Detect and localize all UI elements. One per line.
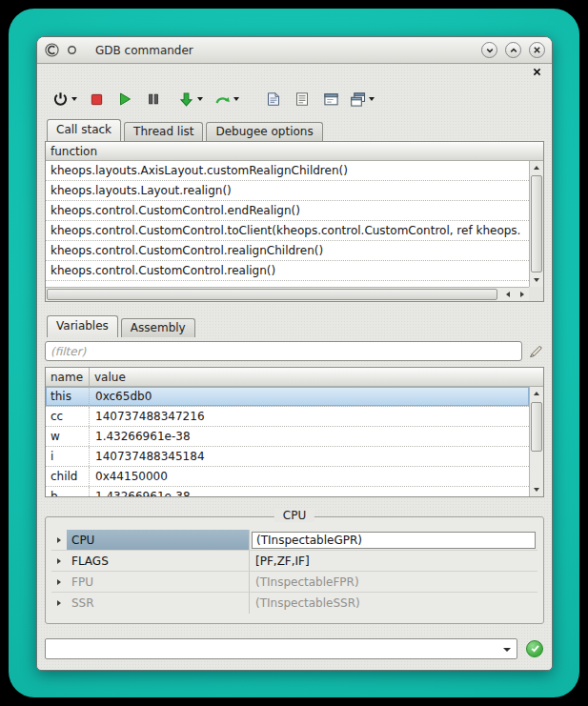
variables-tabbar: Variables Assembly bbox=[45, 315, 544, 337]
variable-row[interactable]: cc 140737488347216 bbox=[46, 407, 529, 427]
variables-panel: name value this 0xc65db0 cc 140737488347… bbox=[45, 367, 544, 497]
variable-value: 1.43266961e-38 bbox=[90, 427, 529, 446]
stop-icon bbox=[90, 92, 104, 107]
command-input[interactable] bbox=[48, 640, 497, 657]
app-icon bbox=[44, 42, 60, 58]
register-row[interactable]: CPU (TInspectableGPR) bbox=[51, 530, 537, 551]
titlebar[interactable]: GDB commander bbox=[37, 37, 552, 64]
call-stack-row[interactable]: kheops.layouts.AxisLayout.customRealignC… bbox=[46, 161, 529, 181]
scroll-up-icon[interactable] bbox=[530, 387, 543, 400]
power-button[interactable] bbox=[51, 90, 70, 109]
scrollbar-thumb[interactable] bbox=[531, 175, 542, 272]
expander-icon[interactable] bbox=[51, 558, 67, 564]
register-row[interactable]: FPU (TInspectableFPR) bbox=[51, 572, 537, 593]
command-row bbox=[45, 637, 544, 659]
report-button[interactable] bbox=[264, 90, 283, 109]
scrollbar-thumb[interactable] bbox=[47, 289, 497, 300]
column-header-value[interactable]: value bbox=[90, 368, 543, 386]
close-icon bbox=[533, 46, 541, 54]
roll-down-button[interactable] bbox=[481, 42, 497, 58]
variable-name: this bbox=[46, 387, 90, 406]
call-stack-row[interactable]: kheops.control.CustomControl.realign() bbox=[46, 261, 529, 281]
command-combobox[interactable] bbox=[45, 638, 517, 659]
debug-windows-icon bbox=[350, 91, 366, 108]
debug-windows-button[interactable] bbox=[348, 90, 367, 109]
scroll-left-icon[interactable] bbox=[501, 288, 515, 301]
filter-input[interactable] bbox=[45, 341, 522, 361]
register-value-field[interactable]: (TInspectableGPR) bbox=[252, 532, 536, 549]
step-into-dropdown-arrow-icon[interactable] bbox=[197, 97, 203, 101]
horizontal-scrollbar[interactable] bbox=[46, 287, 529, 301]
variable-value: 140737488347216 bbox=[90, 407, 529, 426]
pause-button[interactable] bbox=[144, 90, 163, 109]
dock-close-icon[interactable] bbox=[531, 66, 542, 77]
check-icon bbox=[530, 643, 540, 654]
close-button[interactable] bbox=[529, 42, 545, 58]
call-list-button[interactable] bbox=[293, 90, 312, 109]
play-icon bbox=[117, 91, 132, 107]
column-header-function[interactable]: function bbox=[46, 142, 543, 161]
tab-assembly[interactable]: Assembly bbox=[121, 318, 195, 337]
report-document-icon bbox=[266, 91, 281, 107]
variable-row[interactable]: i 140737488345184 bbox=[46, 447, 529, 467]
variable-name: child bbox=[46, 467, 90, 486]
watch-window-button[interactable] bbox=[321, 90, 340, 109]
tab-call-stack[interactable]: Call stack bbox=[47, 119, 121, 141]
step-into-icon bbox=[178, 91, 194, 108]
step-over-dropdown-arrow-icon[interactable] bbox=[233, 97, 239, 101]
register-name[interactable]: SSR bbox=[67, 593, 250, 614]
register-name[interactable]: CPU bbox=[67, 530, 250, 550]
windows-dropdown-arrow-icon[interactable] bbox=[369, 97, 375, 101]
ok-check-button[interactable] bbox=[526, 640, 543, 657]
call-stack-panel: function kheops.layouts.AxisLayout.custo… bbox=[45, 141, 544, 302]
filter-row bbox=[45, 341, 544, 361]
variable-row[interactable]: w 1.43266961e-38 bbox=[46, 427, 529, 447]
register-row[interactable]: SSR (TInspectableSSR) bbox=[51, 593, 537, 614]
register-name[interactable]: FLAGS bbox=[67, 551, 250, 571]
scroll-down-icon[interactable] bbox=[530, 273, 543, 287]
register-row[interactable]: FLAGS [PF,ZF,IF] bbox=[51, 551, 537, 572]
call-stack-row[interactable]: kheops.control.CustomControl.realignChil… bbox=[46, 241, 529, 261]
gdb-commander-window: GDB commander bbox=[36, 36, 553, 671]
step-over-icon bbox=[214, 91, 231, 108]
variables-list: this 0xc65db0 cc 140737488347216 w 1.432… bbox=[46, 387, 529, 496]
filter-pen-icon[interactable] bbox=[527, 343, 544, 360]
register-name[interactable]: FPU bbox=[67, 572, 250, 592]
watch-window-icon bbox=[323, 91, 339, 108]
step-over-button[interactable] bbox=[213, 90, 232, 109]
roll-up-button[interactable] bbox=[505, 42, 521, 58]
tab-thread-list[interactable]: Thread list bbox=[124, 122, 203, 141]
scroll-down-icon[interactable] bbox=[530, 483, 543, 496]
call-stack-row[interactable]: kheops.layouts.Layout.realign() bbox=[46, 181, 529, 201]
vertical-scrollbar[interactable] bbox=[529, 387, 543, 496]
scrollbar-thumb[interactable] bbox=[531, 402, 542, 452]
register-value: (TInspectableSSR) bbox=[252, 596, 360, 610]
variable-value: 0xc65db0 bbox=[90, 387, 529, 406]
stop-button[interactable] bbox=[87, 90, 106, 109]
scroll-up-icon[interactable] bbox=[530, 161, 543, 174]
dropdown-arrow-icon[interactable] bbox=[503, 648, 511, 652]
run-button[interactable] bbox=[115, 90, 134, 109]
variable-name: cc bbox=[46, 407, 90, 426]
chevron-up-icon bbox=[509, 46, 518, 55]
variable-row[interactable]: child 0x44150000 bbox=[46, 467, 529, 487]
expander-icon[interactable] bbox=[51, 537, 67, 543]
variable-name: b bbox=[46, 487, 90, 496]
debug-toolbar bbox=[47, 85, 544, 113]
expander-icon[interactable] bbox=[51, 600, 67, 606]
call-stack-row[interactable]: kheops.control.CustomControl.toClient(kh… bbox=[46, 221, 529, 241]
variable-row[interactable]: b 1.43266961e-38 bbox=[46, 487, 529, 496]
variable-row[interactable]: this 0xc65db0 bbox=[46, 387, 529, 407]
scroll-right-icon[interactable] bbox=[516, 288, 529, 301]
call-stack-row[interactable]: kheops.control.CustomControl.endRealign(… bbox=[46, 201, 529, 221]
power-icon bbox=[52, 91, 69, 108]
vertical-scrollbar[interactable] bbox=[529, 161, 543, 287]
context-help-icon[interactable] bbox=[64, 42, 80, 58]
step-into-button[interactable] bbox=[176, 90, 195, 109]
column-header-name[interactable]: name bbox=[46, 368, 90, 386]
tab-variables[interactable]: Variables bbox=[47, 315, 118, 337]
power-dropdown-arrow-icon[interactable] bbox=[71, 97, 77, 101]
variable-value: 0x44150000 bbox=[90, 467, 529, 486]
expander-icon[interactable] bbox=[51, 579, 67, 585]
tab-debugee-options[interactable]: Debugee options bbox=[206, 122, 322, 141]
